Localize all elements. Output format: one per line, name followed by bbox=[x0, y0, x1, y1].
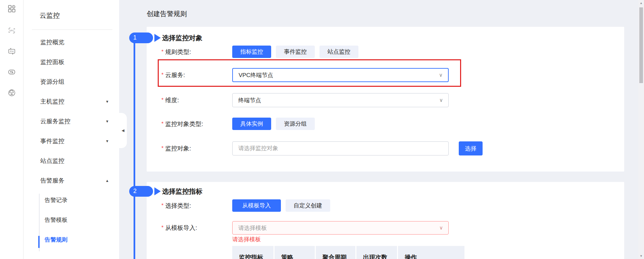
object-type-group-button[interactable]: 资源分组 bbox=[276, 118, 315, 130]
sidebar-item-cloud-service-monitor[interactable]: 云服务监控▼ bbox=[23, 111, 119, 131]
sidebar-item-host-monitor[interactable]: 主机监控▼ bbox=[23, 91, 119, 111]
template-import-row: *从模板导入: 请选择模板 ∨ bbox=[161, 221, 449, 235]
step1-badge: 1 bbox=[129, 33, 153, 43]
cloud-service-label: *云服务: bbox=[161, 71, 232, 79]
scrollbar-thumb[interactable] bbox=[639, 7, 643, 83]
sidebar-item-label: 告警服务 bbox=[40, 177, 64, 185]
sidebar-item-site-monitor[interactable]: 站点监控 bbox=[23, 151, 119, 171]
main-content: ◀ 创建告警规则 1 选择监控对象 *规则类型: 指标监控 事件监控 站点监控 … bbox=[119, 0, 638, 259]
vertical-scrollbar[interactable]: ▲ ▼ bbox=[638, 0, 644, 259]
traffic-arrows-icon[interactable] bbox=[7, 68, 16, 76]
sidebar-item-resource-group[interactable]: 资源分组 bbox=[23, 72, 119, 91]
cloud-service-select[interactable]: VPC终端节点 ∨ bbox=[232, 68, 449, 82]
monitor-object-row: *监控对象: 选择 bbox=[161, 141, 483, 155]
metric-table-header: 监控指标策略聚合周期出现次数操作 bbox=[232, 246, 464, 259]
sidebar-item-alarm-rules[interactable]: 告警规则 bbox=[23, 230, 119, 250]
sidebar-item-alarm-records[interactable]: 告警记录 bbox=[23, 190, 119, 210]
dimension-label: *维度: bbox=[161, 96, 232, 104]
dimension-select[interactable]: 终端节点 ∨ bbox=[232, 93, 449, 107]
table-column-header: 出现次数 bbox=[356, 246, 397, 259]
rule-type-label: *规则类型: bbox=[161, 48, 232, 56]
sidebar-item-label: 站点监控 bbox=[40, 157, 64, 165]
ipv6-icon[interactable]: IPv6 bbox=[7, 47, 16, 56]
chevron-down-icon: ∨ bbox=[439, 72, 443, 78]
sidebar-item-label: 告警模板 bbox=[45, 216, 67, 224]
caret-down-icon: ▼ bbox=[105, 100, 109, 104]
icon-rail: VPCIPv6 bbox=[0, 0, 23, 259]
sidebar-item-label: 告警记录 bbox=[45, 196, 67, 204]
step1-arrow bbox=[154, 34, 161, 42]
sidebar-item-label: 告警规则 bbox=[45, 236, 67, 244]
collapse-left-icon: ◀ bbox=[121, 128, 124, 133]
sidebar-item-label: 云服务监控 bbox=[40, 117, 70, 125]
sidebar-item-event-monitor[interactable]: 事件监控▼ bbox=[23, 131, 119, 151]
select-type-template-button[interactable]: 从模板导入 bbox=[232, 199, 281, 212]
rule-type-site-button[interactable]: 站点监控 bbox=[319, 46, 358, 58]
monitor-object-label: *监控对象: bbox=[161, 144, 232, 152]
scroll-up-icon[interactable]: ▲ bbox=[638, 1, 644, 5]
sidebar-divider bbox=[32, 29, 112, 30]
sidebar-item-label: 事件监控 bbox=[40, 137, 64, 145]
sidebar: 云监控 监控概览监控面板资源分组主机监控▼云服务监控▼事件监控▼站点监控告警服务… bbox=[23, 0, 119, 259]
step-connector-line bbox=[134, 38, 135, 259]
step2-heading: 选择监控指标 bbox=[162, 187, 202, 196]
monitor-object-input[interactable] bbox=[232, 141, 449, 155]
caret-down-icon: ▼ bbox=[105, 119, 109, 123]
template-select[interactable]: 请选择模板 ∨ bbox=[232, 221, 449, 235]
chevron-down-icon: ∨ bbox=[439, 225, 443, 231]
svg-text:IPv6: IPv6 bbox=[10, 50, 13, 52]
step1-heading: 选择监控对象 bbox=[162, 34, 202, 43]
template-placeholder: 请选择模板 bbox=[238, 224, 267, 232]
sidebar-item-monitor-overview[interactable]: 监控概览 bbox=[23, 32, 119, 52]
caret-down-icon: ▼ bbox=[105, 139, 109, 143]
apps-grid-icon[interactable] bbox=[7, 4, 16, 13]
object-type-row: *监控对象类型: 具体实例 资源分组 bbox=[161, 118, 315, 130]
object-type-instance-button[interactable]: 具体实例 bbox=[232, 118, 271, 130]
template-import-label: *从模板导入: bbox=[161, 224, 232, 232]
scroll-down-icon[interactable]: ▼ bbox=[638, 254, 644, 258]
dimension-value: 终端节点 bbox=[238, 96, 261, 104]
rule-type-row: *规则类型: 指标监控 事件监控 站点监控 bbox=[161, 46, 358, 58]
select-type-label: *选择类型: bbox=[161, 202, 232, 210]
cloud-service-row: *云服务: VPC终端节点 ∨ bbox=[161, 68, 449, 82]
template-error-message: 请选择模板 bbox=[232, 236, 261, 243]
object-type-label: *监控对象类型: bbox=[161, 120, 232, 128]
select-type-custom-button[interactable]: 自定义创建 bbox=[286, 199, 330, 212]
dimension-row: *维度: 终端节点 ∨ bbox=[161, 93, 449, 107]
page-title: 创建告警规则 bbox=[147, 9, 187, 18]
caret-up-icon: ▲ bbox=[105, 179, 109, 183]
network-globe-icon[interactable] bbox=[7, 88, 16, 97]
sidebar-menu: 监控概览监控面板资源分组主机监控▼云服务监控▼事件监控▼站点监控告警服务▲告警记… bbox=[23, 32, 119, 250]
table-column-header: 聚合周期 bbox=[316, 246, 355, 259]
rule-type-event-button[interactable]: 事件监控 bbox=[276, 46, 315, 58]
select-type-row: *选择类型: 从模板导入 自定义创建 bbox=[161, 199, 330, 212]
sidebar-item-label: 主机监控 bbox=[40, 98, 64, 106]
table-column-header: 监控指标 bbox=[232, 246, 274, 259]
sidebar-item-alarm-service[interactable]: 告警服务▲ bbox=[23, 171, 119, 190]
step2-arrow bbox=[154, 187, 161, 195]
sidebar-item-monitor-panel[interactable]: 监控面板 bbox=[23, 52, 119, 72]
sidebar-item-label: 监控面板 bbox=[40, 58, 64, 66]
rule-type-metric-button[interactable]: 指标监控 bbox=[232, 46, 271, 58]
table-column-header: 操作 bbox=[398, 246, 464, 259]
step2-badge: 2 bbox=[129, 186, 153, 197]
sidebar-collapse-handle[interactable]: ◀ bbox=[119, 113, 127, 148]
sidebar-title: 云监控 bbox=[40, 11, 60, 20]
chevron-down-icon: ∨ bbox=[439, 97, 443, 103]
sidebar-item-label: 资源分组 bbox=[40, 78, 64, 86]
select-object-button[interactable]: 选择 bbox=[459, 141, 483, 155]
sidebar-item-label: 监控概览 bbox=[40, 38, 64, 46]
vpc-icon[interactable]: VPC bbox=[7, 26, 16, 35]
table-column-header: 策略 bbox=[275, 246, 315, 259]
sidebar-item-alarm-templates[interactable]: 告警模板 bbox=[23, 210, 119, 230]
svg-text:VPC: VPC bbox=[9, 29, 14, 32]
cloud-service-value: VPC终端节点 bbox=[239, 71, 273, 79]
